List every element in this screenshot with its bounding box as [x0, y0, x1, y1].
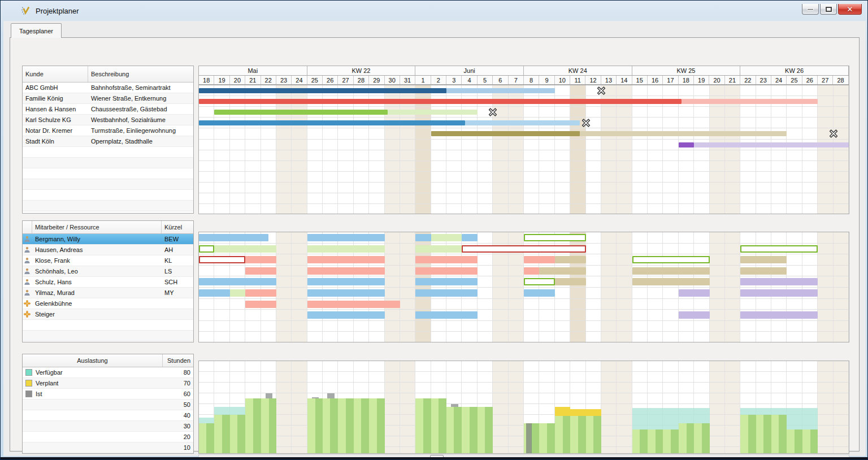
tentative-box[interactable] [632, 256, 710, 263]
project-bar[interactable] [580, 131, 787, 136]
resource-bar[interactable] [740, 289, 818, 297]
hist-planned-bar[interactable] [740, 415, 756, 453]
customer-row[interactable]: Karl Schulze KGWestbahnhof, Sozialräume [23, 115, 193, 125]
tentative-box[interactable] [524, 278, 555, 285]
hist-planned-bar[interactable] [802, 429, 818, 453]
resource-row[interactable]: Gelenkbühne [23, 298, 193, 309]
resource-bar[interactable] [415, 234, 431, 241]
resource-bar[interactable] [740, 267, 787, 275]
hist-available-bar[interactable] [756, 408, 771, 414]
hist-planned-bar[interactable] [462, 407, 477, 453]
close-button[interactable]: ✕ [838, 4, 862, 15]
hist-available-bar[interactable] [771, 408, 787, 414]
resource-bar[interactable] [230, 289, 245, 297]
tab-tagesplaner[interactable]: Tagesplaner [11, 23, 62, 38]
hist-planned-bar[interactable] [539, 423, 554, 453]
resource-bar[interactable] [307, 267, 385, 275]
hist-available-bar[interactable] [648, 408, 663, 429]
customer-row[interactable]: ABC GmbHBahnhofstraße, Seminartrakt [23, 83, 193, 93]
hist-planned-bar[interactable] [771, 415, 787, 453]
resource-bar[interactable] [307, 234, 385, 241]
hist-ist-cap[interactable] [451, 404, 458, 407]
milestone-marker[interactable] [489, 108, 497, 116]
customer-row[interactable]: Notar Dr. KremerTurmstraße, Einliegerwoh… [23, 125, 193, 136]
hist-planned-bar[interactable] [632, 429, 648, 453]
project-bar[interactable] [199, 120, 465, 125]
tentative-box[interactable] [199, 245, 214, 253]
resource-bar[interactable] [307, 278, 385, 285]
resource-bar[interactable] [740, 311, 818, 319]
hist-planned-bar[interactable] [415, 398, 431, 453]
resource-bar[interactable] [740, 256, 787, 263]
resource-row[interactable]: Schulz, HansSCH [23, 277, 193, 288]
project-bar[interactable] [431, 131, 580, 136]
legend-row[interactable]: 10 [23, 442, 193, 453]
hist-ist-stripe[interactable] [526, 423, 532, 453]
resource-bar[interactable] [539, 267, 585, 275]
resource-bar[interactable] [679, 311, 710, 319]
hist-planned-peak-bar[interactable] [586, 409, 601, 415]
resource-bar[interactable] [555, 278, 586, 285]
hist-planned-bar[interactable] [214, 415, 229, 453]
resource-bar[interactable] [415, 311, 478, 319]
customer-row[interactable]: Stadt KölnOpernplatz, Stadthalle [23, 136, 193, 147]
tentative-box[interactable] [524, 234, 586, 241]
hist-planned-bar[interactable] [338, 398, 353, 453]
hist-available-bar[interactable] [679, 408, 694, 423]
resource-bar[interactable] [415, 267, 478, 275]
resource-row[interactable]: Steiger [23, 309, 193, 320]
milestone-marker[interactable] [829, 129, 837, 138]
hist-planned-bar[interactable] [756, 415, 771, 453]
hist-ist-cap[interactable] [312, 397, 319, 398]
resource-bar[interactable] [431, 234, 462, 241]
resource-bar[interactable] [307, 245, 385, 253]
resource-bar[interactable] [245, 289, 276, 297]
maximize-button[interactable] [820, 4, 837, 15]
hist-planned-bar[interactable] [648, 429, 663, 453]
tentative-box[interactable] [199, 256, 245, 263]
resource-bar[interactable] [307, 289, 385, 297]
resource-bar[interactable] [415, 278, 478, 285]
hist-ist-cap[interactable] [327, 393, 334, 399]
hist-planned-bar[interactable] [245, 398, 261, 453]
resource-bar[interactable] [245, 267, 276, 275]
hist-planned-bar[interactable] [261, 398, 276, 453]
hist-planned-bar[interactable] [323, 398, 338, 453]
hist-planned-bar[interactable] [369, 398, 384, 453]
hist-available-bar[interactable] [740, 408, 756, 414]
customer-row[interactable]: Familie KönigWiener Straße, Entkernung [23, 93, 193, 104]
hist-available-bar[interactable] [230, 407, 245, 414]
legend-row[interactable]: 20 [23, 432, 193, 442]
resource-row[interactable]: Bergmann, WillyBEW [23, 234, 193, 245]
legend-row[interactable]: Verplant70 [23, 378, 193, 389]
resource-row[interactable]: Yilmaz, MuradMY [23, 288, 193, 298]
resource-bar[interactable] [199, 234, 268, 241]
hist-planned-bar[interactable] [570, 416, 585, 454]
hist-available-bar[interactable] [663, 408, 678, 429]
hist-planned-bar[interactable] [663, 429, 678, 453]
resource-bar[interactable] [524, 267, 539, 275]
resource-bar[interactable] [415, 256, 478, 263]
minimize-button[interactable] [802, 4, 819, 15]
hist-planned-bar[interactable] [586, 416, 601, 454]
scroll-left-arrow[interactable]: ◂ [201, 455, 203, 460]
hist-available-bar[interactable] [632, 408, 648, 429]
customer-row[interactable]: Hansen & HansenChausseestraße, Gästebad [23, 104, 193, 115]
hist-planned-bar[interactable] [354, 398, 369, 453]
tentative-box[interactable] [462, 245, 585, 253]
resource-bar[interactable] [632, 278, 710, 285]
hist-planned-bar[interactable] [230, 415, 245, 453]
project-bar[interactable] [388, 110, 478, 115]
hist-planned-peak-bar[interactable] [570, 409, 585, 415]
resource-bar[interactable] [462, 234, 477, 241]
milestone-marker[interactable] [581, 119, 590, 127]
resource-bar[interactable] [524, 256, 555, 263]
resource-bar[interactable] [199, 278, 276, 285]
column-header-kunde[interactable]: Kunde [23, 66, 88, 82]
project-bar[interactable] [465, 120, 580, 125]
legend-row[interactable]: Ist60 [23, 389, 193, 400]
hist-available-bar[interactable] [787, 408, 802, 429]
horizontal-scrollbar[interactable]: ◂ ▸ [198, 454, 849, 460]
resource-bar[interactable] [307, 256, 385, 263]
resource-bar[interactable] [632, 267, 710, 275]
